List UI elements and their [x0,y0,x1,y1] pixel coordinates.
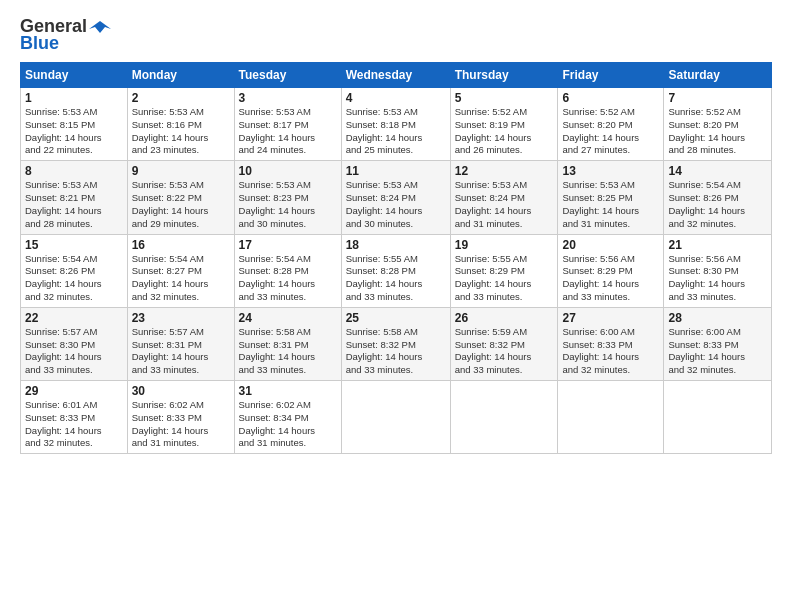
day-number: 18 [346,238,446,252]
calendar-cell: 1Sunrise: 5:53 AM Sunset: 8:15 PM Daylig… [21,88,128,161]
day-info: Sunrise: 5:54 AM Sunset: 8:26 PM Dayligh… [25,253,123,304]
day-info: Sunrise: 5:56 AM Sunset: 8:30 PM Dayligh… [668,253,767,304]
day-info: Sunrise: 5:54 AM Sunset: 8:26 PM Dayligh… [668,179,767,230]
day-number: 11 [346,164,446,178]
logo: General Blue [20,16,111,54]
calendar-week-2: 8Sunrise: 5:53 AM Sunset: 8:21 PM Daylig… [21,161,772,234]
day-info: Sunrise: 5:57 AM Sunset: 8:31 PM Dayligh… [132,326,230,377]
calendar-cell: 26Sunrise: 5:59 AM Sunset: 8:32 PM Dayli… [450,307,558,380]
calendar-cell: 28Sunrise: 6:00 AM Sunset: 8:33 PM Dayli… [664,307,772,380]
calendar-cell: 29Sunrise: 6:01 AM Sunset: 8:33 PM Dayli… [21,381,128,454]
day-info: Sunrise: 5:53 AM Sunset: 8:21 PM Dayligh… [25,179,123,230]
day-number: 2 [132,91,230,105]
day-info: Sunrise: 5:56 AM Sunset: 8:29 PM Dayligh… [562,253,659,304]
calendar-cell: 27Sunrise: 6:00 AM Sunset: 8:33 PM Dayli… [558,307,664,380]
day-number: 10 [239,164,337,178]
day-info: Sunrise: 5:55 AM Sunset: 8:28 PM Dayligh… [346,253,446,304]
calendar-header-row: SundayMondayTuesdayWednesdayThursdayFrid… [21,63,772,88]
day-number: 6 [562,91,659,105]
calendar-cell: 11Sunrise: 5:53 AM Sunset: 8:24 PM Dayli… [341,161,450,234]
day-info: Sunrise: 5:53 AM Sunset: 8:24 PM Dayligh… [455,179,554,230]
calendar-cell: 10Sunrise: 5:53 AM Sunset: 8:23 PM Dayli… [234,161,341,234]
calendar-cell: 2Sunrise: 5:53 AM Sunset: 8:16 PM Daylig… [127,88,234,161]
calendar-cell: 12Sunrise: 5:53 AM Sunset: 8:24 PM Dayli… [450,161,558,234]
day-number: 29 [25,384,123,398]
calendar-cell: 19Sunrise: 5:55 AM Sunset: 8:29 PM Dayli… [450,234,558,307]
calendar-cell: 18Sunrise: 5:55 AM Sunset: 8:28 PM Dayli… [341,234,450,307]
day-number: 14 [668,164,767,178]
day-number: 7 [668,91,767,105]
day-number: 1 [25,91,123,105]
calendar-header-wednesday: Wednesday [341,63,450,88]
day-number: 13 [562,164,659,178]
day-info: Sunrise: 5:53 AM Sunset: 8:18 PM Dayligh… [346,106,446,157]
page: General Blue SundayMondayTuesdayWednesda… [0,0,792,612]
day-info: Sunrise: 5:53 AM Sunset: 8:17 PM Dayligh… [239,106,337,157]
calendar-header-sunday: Sunday [21,63,128,88]
day-info: Sunrise: 5:53 AM Sunset: 8:16 PM Dayligh… [132,106,230,157]
calendar-cell: 24Sunrise: 5:58 AM Sunset: 8:31 PM Dayli… [234,307,341,380]
day-info: Sunrise: 6:01 AM Sunset: 8:33 PM Dayligh… [25,399,123,450]
day-info: Sunrise: 5:59 AM Sunset: 8:32 PM Dayligh… [455,326,554,377]
calendar-cell: 17Sunrise: 5:54 AM Sunset: 8:28 PM Dayli… [234,234,341,307]
day-number: 26 [455,311,554,325]
calendar-cell: 21Sunrise: 5:56 AM Sunset: 8:30 PM Dayli… [664,234,772,307]
day-number: 21 [668,238,767,252]
calendar-cell: 4Sunrise: 5:53 AM Sunset: 8:18 PM Daylig… [341,88,450,161]
calendar-cell: 15Sunrise: 5:54 AM Sunset: 8:26 PM Dayli… [21,234,128,307]
day-info: Sunrise: 5:53 AM Sunset: 8:25 PM Dayligh… [562,179,659,230]
logo-blue: Blue [20,33,59,54]
day-info: Sunrise: 6:00 AM Sunset: 8:33 PM Dayligh… [562,326,659,377]
day-info: Sunrise: 5:57 AM Sunset: 8:30 PM Dayligh… [25,326,123,377]
calendar-cell: 16Sunrise: 5:54 AM Sunset: 8:27 PM Dayli… [127,234,234,307]
calendar-cell: 8Sunrise: 5:53 AM Sunset: 8:21 PM Daylig… [21,161,128,234]
day-number: 23 [132,311,230,325]
day-number: 22 [25,311,123,325]
day-info: Sunrise: 5:54 AM Sunset: 8:28 PM Dayligh… [239,253,337,304]
day-info: Sunrise: 5:52 AM Sunset: 8:19 PM Dayligh… [455,106,554,157]
day-info: Sunrise: 5:53 AM Sunset: 8:24 PM Dayligh… [346,179,446,230]
calendar-header-saturday: Saturday [664,63,772,88]
day-info: Sunrise: 5:52 AM Sunset: 8:20 PM Dayligh… [668,106,767,157]
day-number: 3 [239,91,337,105]
day-info: Sunrise: 5:53 AM Sunset: 8:22 PM Dayligh… [132,179,230,230]
calendar-header-tuesday: Tuesday [234,63,341,88]
calendar-week-4: 22Sunrise: 5:57 AM Sunset: 8:30 PM Dayli… [21,307,772,380]
day-number: 28 [668,311,767,325]
calendar-cell [558,381,664,454]
calendar-header-friday: Friday [558,63,664,88]
calendar-cell: 14Sunrise: 5:54 AM Sunset: 8:26 PM Dayli… [664,161,772,234]
calendar-header-thursday: Thursday [450,63,558,88]
calendar-cell: 6Sunrise: 5:52 AM Sunset: 8:20 PM Daylig… [558,88,664,161]
day-number: 4 [346,91,446,105]
calendar-cell: 31Sunrise: 6:02 AM Sunset: 8:34 PM Dayli… [234,381,341,454]
day-number: 20 [562,238,659,252]
calendar-week-3: 15Sunrise: 5:54 AM Sunset: 8:26 PM Dayli… [21,234,772,307]
day-info: Sunrise: 5:53 AM Sunset: 8:23 PM Dayligh… [239,179,337,230]
day-info: Sunrise: 6:02 AM Sunset: 8:33 PM Dayligh… [132,399,230,450]
calendar-cell: 23Sunrise: 5:57 AM Sunset: 8:31 PM Dayli… [127,307,234,380]
calendar-cell: 5Sunrise: 5:52 AM Sunset: 8:19 PM Daylig… [450,88,558,161]
day-number: 15 [25,238,123,252]
calendar-cell: 22Sunrise: 5:57 AM Sunset: 8:30 PM Dayli… [21,307,128,380]
day-info: Sunrise: 5:52 AM Sunset: 8:20 PM Dayligh… [562,106,659,157]
day-number: 24 [239,311,337,325]
day-number: 31 [239,384,337,398]
calendar-cell: 3Sunrise: 5:53 AM Sunset: 8:17 PM Daylig… [234,88,341,161]
day-number: 27 [562,311,659,325]
calendar-cell: 20Sunrise: 5:56 AM Sunset: 8:29 PM Dayli… [558,234,664,307]
day-info: Sunrise: 5:58 AM Sunset: 8:32 PM Dayligh… [346,326,446,377]
calendar-cell: 7Sunrise: 5:52 AM Sunset: 8:20 PM Daylig… [664,88,772,161]
calendar-cell [450,381,558,454]
calendar-week-5: 29Sunrise: 6:01 AM Sunset: 8:33 PM Dayli… [21,381,772,454]
day-number: 17 [239,238,337,252]
day-number: 25 [346,311,446,325]
calendar-cell [664,381,772,454]
day-number: 8 [25,164,123,178]
calendar-table: SundayMondayTuesdayWednesdayThursdayFrid… [20,62,772,454]
day-info: Sunrise: 5:55 AM Sunset: 8:29 PM Dayligh… [455,253,554,304]
day-number: 16 [132,238,230,252]
day-number: 12 [455,164,554,178]
calendar-cell [341,381,450,454]
logo-bird-icon [89,19,111,35]
